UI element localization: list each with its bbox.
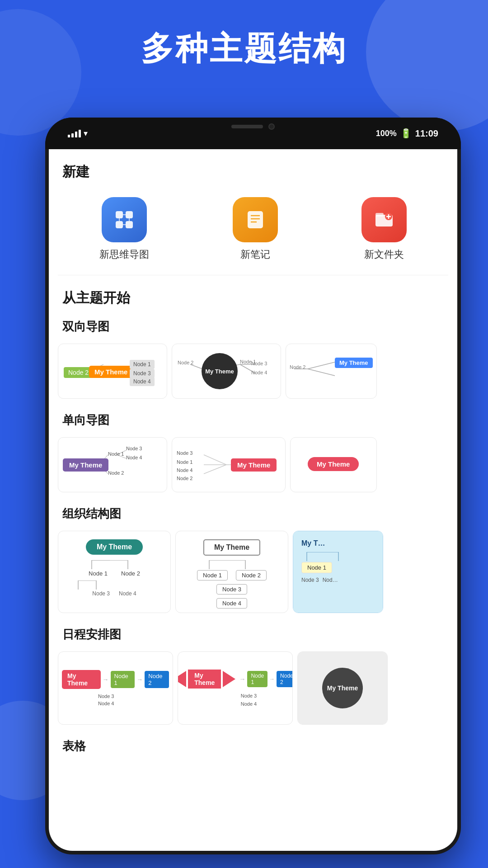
new-mindmap-label: 新思维导图: [99, 248, 149, 261]
org-card-1[interactable]: My Theme Node 1 Node 2: [58, 531, 171, 613]
new-note-label: 新笔记: [240, 248, 270, 261]
sched1-arrow2: →: [136, 676, 143, 683]
org3-node3: Node 3: [301, 577, 319, 583]
org2-node1: Node 1: [197, 570, 228, 580]
signal-bar-1: [68, 135, 70, 137]
org-cards-row: My Theme Node 1 Node 2: [49, 526, 457, 622]
schedule-card-3[interactable]: My Theme: [297, 651, 388, 725]
bidir3-mytheme: My Theme: [335, 358, 373, 368]
phone-frame: ▾ 100% 🔋 11:09 新建: [45, 118, 461, 854]
org3-nodex: Nod…: [323, 577, 338, 583]
unidir2-node2: Node 2: [177, 476, 192, 481]
bidir-mytheme: My Theme: [89, 366, 133, 378]
new-items-row: 新思维导图 新笔记: [49, 188, 457, 275]
bidirectional-cards-row: Node 2 My Theme Node 1 Node 3 Node 4: [49, 339, 457, 408]
sched1-arrow1: →: [103, 676, 109, 683]
phone-notch: [208, 118, 298, 136]
org2-node2: Node 2: [236, 570, 267, 580]
sched1-mytheme: My Theme: [62, 670, 101, 689]
note-svg: [243, 208, 267, 232]
signal-bar-4: [79, 130, 81, 137]
bidir-card-1[interactable]: Node 2 My Theme Node 1 Node 3 Node 4: [58, 344, 167, 399]
page-main-title: 多种主题结构: [0, 27, 488, 71]
unidir2-node1: Node 1: [177, 459, 192, 465]
unidir1-node4: Node 4: [126, 455, 142, 460]
svg-line-33: [204, 455, 226, 465]
org3-mytheme: My T…: [301, 539, 325, 547]
bidir2-node4: Node 4: [251, 370, 267, 375]
signal-bar-2: [71, 133, 74, 137]
folder-icon: [361, 197, 407, 242]
new-folder-button[interactable]: 新文件夹: [361, 197, 407, 261]
svg-line-35: [204, 465, 226, 474]
unidir2-node4: Node 4: [177, 467, 192, 473]
note-icon: [233, 197, 278, 242]
unidir1-node3: Node 3: [126, 446, 142, 451]
unidir1-mytheme: My Theme: [63, 458, 108, 472]
sched1-node1: Node 1: [111, 671, 135, 688]
org1-node2: Node 2: [121, 570, 140, 577]
page-title-area: 多种主题结构: [0, 27, 488, 71]
sched2-node2: Node 2: [277, 671, 293, 687]
org-card-3[interactable]: My T… Node 1 Node 3 Nod…: [293, 531, 383, 613]
org3-node1: Node 1: [301, 562, 332, 573]
battery-icon: 🔋: [400, 128, 412, 139]
svg-rect-2: [126, 211, 133, 218]
svg-line-26: [308, 362, 335, 369]
unidir-card-2[interactable]: Node 3 Node 1 Node 4 Node 2 My Theme: [172, 437, 286, 492]
bidir2-node2: Node 2: [178, 360, 193, 365]
new-note-button[interactable]: 新笔记: [233, 197, 278, 261]
signal-bars-icon: [68, 129, 81, 137]
svg-rect-1: [116, 221, 123, 228]
svg-rect-8: [248, 211, 263, 228]
org2-mytheme: My Theme: [203, 539, 260, 556]
unidir-card-3[interactable]: My Theme: [290, 437, 377, 492]
org1-node4: Node 4: [119, 590, 136, 597]
bidir-node4: Node 4: [130, 377, 155, 386]
sched2-node3: Node 3: [241, 693, 257, 698]
unidir2-mytheme: My Theme: [231, 458, 277, 472]
battery-indicator: 100%: [376, 129, 397, 138]
clock: 11:09: [415, 128, 438, 139]
wifi-icon: ▾: [84, 128, 88, 138]
org1-lines2: [65, 580, 164, 590]
table-header: 表格: [49, 734, 457, 759]
unidir1-node2: Node 2: [108, 470, 124, 476]
org1-node3: Node 3: [92, 590, 110, 597]
status-bar-left: ▾: [68, 128, 88, 138]
org2-node3: Node 3: [216, 584, 247, 594]
unidir-card-1[interactable]: My Theme Node 1 Node 2 Node 3 Node 4: [58, 437, 167, 492]
phone-screen[interactable]: 新建 新思维导图: [49, 149, 457, 851]
org1-lines: [69, 560, 160, 569]
sched1-node4: Node 4: [98, 701, 114, 706]
bidir-card-2[interactable]: Node 2 My Theme Node 1 Node 3 Node 4: [172, 344, 281, 399]
status-bar-right: 100% 🔋 11:09: [376, 128, 438, 139]
sched3-mytheme: My Theme: [322, 668, 363, 708]
sched2-arrow2: →: [269, 676, 275, 682]
bidir-node1: Node 1: [130, 360, 155, 369]
org1-mytheme: My Theme: [86, 539, 143, 555]
sched2-node1: Node 1: [247, 671, 267, 687]
sched2-mytheme: My Theme: [188, 670, 221, 689]
sched2-diamond-left: [178, 671, 186, 687]
bidir-card-3[interactable]: Node 2 My Theme: [286, 344, 377, 399]
mindmap-icon: [102, 197, 147, 242]
bidir3-node2: Node 2: [290, 364, 305, 370]
signal-bar-3: [75, 132, 77, 137]
sched2-diamond-right: [223, 671, 235, 687]
bidirectional-header: 双向导图: [49, 314, 457, 339]
bidir-lines-3: [290, 351, 373, 392]
bidir-node3: Node 3: [130, 369, 155, 378]
bidir2-node3: Node 3: [251, 361, 267, 366]
new-mindmap-button[interactable]: 新思维导图: [99, 197, 149, 261]
notch-camera: [268, 123, 275, 130]
notch-speaker: [231, 125, 263, 128]
schedule-card-1[interactable]: My Theme → Node 1 → Node 2 Node 3 Node 4: [58, 651, 173, 725]
svg-rect-3: [126, 221, 133, 228]
schedule-card-2[interactable]: My Theme → Node 1 → Node 2 Node 3 Node 4: [178, 651, 293, 725]
new-folder-label: 新文件夹: [364, 248, 404, 261]
svg-rect-0: [116, 211, 123, 218]
org-card-2[interactable]: My Theme Node 1 Node 2 Node 3: [175, 531, 288, 613]
schedule-cards-row: My Theme → Node 1 → Node 2 Node 3 Node 4: [49, 647, 457, 734]
unidir2-node3: Node 3: [177, 450, 192, 456]
